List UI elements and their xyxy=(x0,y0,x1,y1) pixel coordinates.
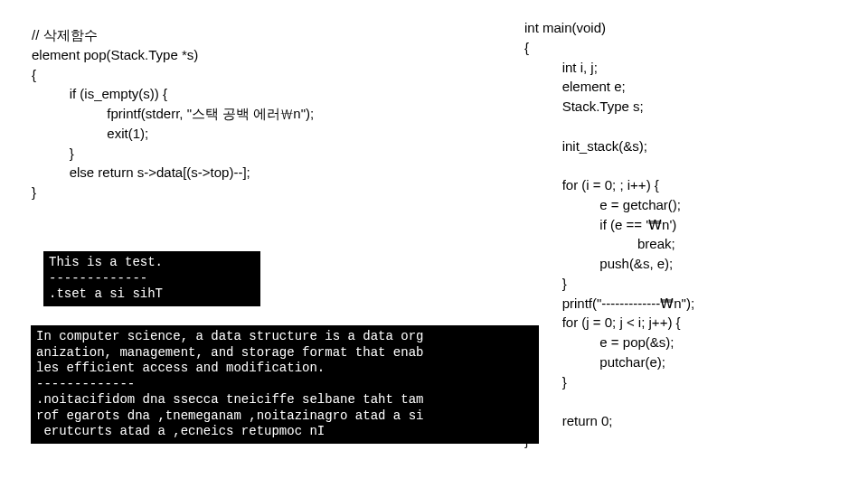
terminal-output-2: In computer science, a data structure is… xyxy=(31,325,539,444)
pop-function-code: // 삭제함수 element pop(Stack.Type *s) { if … xyxy=(32,25,520,202)
terminal-output-1: This is a test. ------------- .tset a si… xyxy=(43,251,260,306)
main-function-code: int main(void) { int i, j; element e; St… xyxy=(524,18,850,451)
right-column: int main(void) { int i, j; element e; St… xyxy=(524,18,850,451)
left-column: // 삭제함수 element pop(Stack.Type *s) { if … xyxy=(32,25,520,202)
